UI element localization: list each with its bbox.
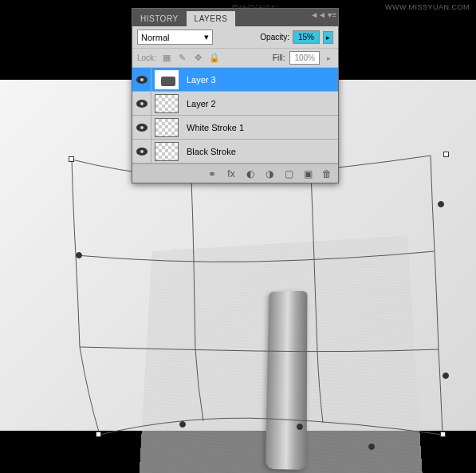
opacity-input[interactable]: 15% [293, 30, 320, 44]
opacity-label: Opacity: [260, 33, 289, 41]
blend-mode-value: Normal [141, 33, 169, 42]
eye-icon [136, 124, 148, 132]
layer-thumbnail[interactable] [155, 118, 179, 137]
new-layer-icon[interactable]: ▣ [301, 168, 314, 180]
dropdown-arrow-icon: ▾ [204, 32, 209, 42]
opacity-flyout-icon[interactable]: ▸ [323, 31, 333, 44]
blend-mode-row: Normal ▾ Opacity: 15% ▸ [132, 26, 338, 49]
layer-name[interactable]: Layer 2 [182, 99, 216, 108]
eye-icon [136, 100, 148, 108]
layer-row[interactable]: White Stroke 1 [132, 116, 338, 140]
fill-flyout-icon[interactable]: ▸ [325, 53, 333, 64]
lock-transparency-icon[interactable]: ▦ [161, 53, 172, 64]
eye-icon [136, 148, 148, 156]
layers-panel: ◄◄ ▾≡ HISTORY LAYERS Normal ▾ Opacity: 1… [132, 8, 339, 183]
transform-handle[interactable] [443, 152, 449, 157]
visibility-toggle[interactable] [132, 68, 151, 91]
transform-control-point[interactable] [76, 252, 82, 258]
metal-clip-shape [266, 291, 308, 470]
lock-pixels-icon[interactable]: ✎ [177, 53, 188, 64]
new-group-icon[interactable]: ▢ [282, 168, 295, 180]
visibility-toggle[interactable] [132, 92, 151, 115]
layer-mask-icon[interactable]: ◐ [244, 168, 257, 180]
transform-control-point[interactable] [179, 421, 186, 428]
tab-layers[interactable]: LAYERS [187, 11, 236, 26]
panel-menu-icon[interactable]: ▾≡ [328, 10, 336, 19]
delete-layer-icon[interactable]: 🗑 [321, 168, 333, 180]
layer-row[interactable]: Black Stroke [132, 140, 338, 164]
visibility-toggle[interactable] [132, 116, 151, 139]
lock-row: Lock: ▦ ✎ ✥ 🔒 Fill: 100% ▸ [132, 49, 338, 68]
panel-tabs: HISTORY LAYERS [132, 9, 338, 26]
transform-handle[interactable] [96, 432, 101, 437]
transform-handle[interactable] [69, 156, 74, 162]
lock-label: Lock: [137, 53, 156, 62]
layer-thumbnail[interactable] [155, 94, 179, 113]
layer-fx-icon[interactable]: fx [225, 168, 238, 180]
layer-name[interactable]: White Stroke 1 [182, 123, 244, 132]
panel-collapse-icon[interactable]: ◄◄ [310, 10, 326, 19]
layer-row[interactable]: Layer 2 [132, 92, 338, 116]
adjustment-layer-icon[interactable]: ◑ [263, 168, 276, 180]
layer-thumbnail[interactable] [155, 70, 179, 89]
layer-row[interactable]: Layer 3 [132, 68, 338, 92]
lock-position-icon[interactable]: ✥ [193, 53, 204, 64]
link-layers-icon[interactable]: ⚭ [206, 168, 218, 180]
transform-control-point[interactable] [297, 424, 303, 430]
layer-name[interactable]: Layer 3 [182, 75, 216, 85]
layer-name[interactable]: Black Stroke [182, 147, 236, 156]
transform-handle[interactable] [440, 432, 446, 437]
transform-control-point[interactable] [443, 372, 449, 379]
transform-control-point[interactable] [438, 201, 444, 207]
layers-list: Layer 3 Layer 2 White Stroke 1 Black Str… [132, 68, 338, 164]
transform-control-point[interactable] [368, 443, 375, 450]
fill-input[interactable]: 100% [289, 51, 320, 65]
layer-thumbnail[interactable] [155, 142, 179, 161]
eye-icon [136, 76, 148, 84]
fill-label: Fill: [273, 53, 285, 62]
blend-mode-select[interactable]: Normal ▾ [137, 30, 213, 45]
panel-bottom-bar: ⚭ fx ◐ ◑ ▢ ▣ 🗑 [132, 164, 338, 183]
lock-icons: ▦ ✎ ✥ 🔒 [161, 53, 220, 64]
visibility-toggle[interactable] [132, 140, 151, 163]
site-watermark: WWW.MISSYUAN.COM [385, 3, 470, 11]
tab-history[interactable]: HISTORY [132, 11, 187, 26]
lock-all-icon[interactable]: 🔒 [209, 53, 220, 64]
